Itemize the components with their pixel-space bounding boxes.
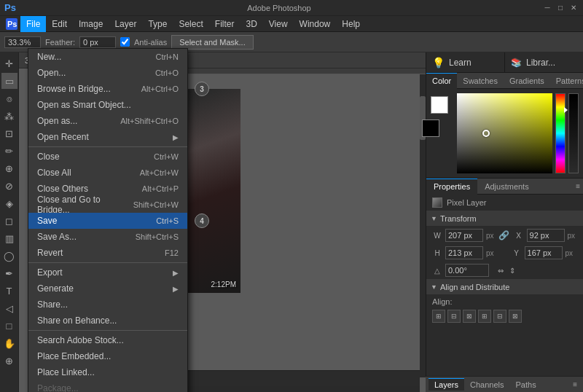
hand-tool[interactable]: ✋ (1, 335, 17, 351)
w-unit: px (486, 232, 494, 240)
foreground-color[interactable] (431, 96, 448, 114)
flip-v-icon[interactable]: ⇕ (509, 267, 515, 275)
tab-adjustments[interactable]: Adjustments (477, 179, 536, 195)
file-menu[interactable]: New... Ctrl+N Open... Ctrl+O Browse in B… (28, 48, 188, 392)
menu-file[interactable]: File (20, 16, 46, 32)
menu-item-save[interactable]: Save Ctrl+S 4 (28, 213, 187, 229)
menu-item-share-behance[interactable]: Share on Behance... (28, 313, 187, 329)
select-tool[interactable]: ▭ (1, 73, 17, 89)
select-mask-button[interactable]: Select and Mask... (171, 35, 254, 50)
healing-tool[interactable]: ⊕ (1, 160, 17, 176)
type-tool[interactable]: T (1, 283, 17, 299)
menu-layer[interactable]: Layer (109, 16, 142, 32)
menu-filter[interactable]: Filter (209, 16, 240, 32)
angle-row: △ ⇔ ⇕ (426, 262, 583, 279)
hy-row: H px Y px (426, 244, 583, 262)
transform-section-header[interactable]: ▼ Transform (426, 211, 583, 227)
move-tool[interactable]: ✛ (1, 55, 17, 71)
menu-edit[interactable]: Edit (46, 16, 73, 32)
minimize-button[interactable]: ─ (542, 3, 552, 13)
menu-item-open-smart-object[interactable]: Open as Smart Object... (28, 97, 187, 113)
gradient-tool[interactable]: ▥ (1, 230, 17, 246)
align-bottom-button[interactable]: ⊠ (509, 310, 522, 323)
open-smart-object-label: Open as Smart Object... (37, 100, 131, 110)
menu-3d[interactable]: 3D (240, 16, 262, 32)
menu-item-close-bridge[interactable]: Close and Go to Bridge... Shift+Ctrl+W (28, 197, 187, 213)
menu-item-save-as[interactable]: Save As... Shift+Ctrl+S (28, 229, 187, 245)
alpha-slider[interactable] (568, 93, 579, 173)
pen-tool[interactable]: ✒ (1, 265, 17, 281)
menu-item-revert[interactable]: Revert F12 (28, 245, 187, 261)
menu-item-browse-bridge[interactable]: Browse in Bridge... Alt+Ctrl+O 3 (28, 81, 187, 97)
toolbox: ✛ ▭ ⌾ ⁂ ⊡ ✏ ⊕ ⊘ ◈ ◻ ▥ ◯ ✒ T ◁ □ ✋ ⊕ (0, 52, 19, 392)
tab-swatches[interactable]: Swatches (457, 73, 504, 89)
tab-channels[interactable]: Channels (464, 379, 509, 391)
eraser-tool[interactable]: ◻ (1, 213, 17, 229)
eyedropper-tool[interactable]: ✏ (1, 143, 17, 159)
dodge-tool[interactable]: ◯ (1, 248, 17, 264)
h-input[interactable] (445, 246, 483, 259)
align-left-button[interactable]: ⊞ (432, 310, 445, 323)
crop-tool[interactable]: ⊡ (1, 125, 17, 141)
align-center-h-button[interactable]: ⊟ (447, 310, 461, 323)
close-button[interactable]: ✕ (568, 3, 579, 13)
align-section-header[interactable]: ▼ Align and Distribute (426, 279, 583, 295)
saturation-picker[interactable] (457, 93, 552, 173)
menu-window[interactable]: Window (294, 16, 337, 32)
tab-gradients[interactable]: Gradients (504, 73, 550, 89)
menu-item-place-embedded[interactable]: Place Embedded... (28, 348, 187, 364)
shape-tool[interactable]: □ (1, 318, 17, 334)
menu-item-close[interactable]: Close Ctrl+W (28, 149, 187, 165)
brush-tool[interactable]: ⊘ (1, 178, 17, 194)
tab-layers[interactable]: Layers (429, 378, 464, 391)
menu-item-close-all[interactable]: Close All Alt+Ctrl+W (28, 165, 187, 181)
zoom-tool[interactable]: ⊕ (1, 353, 17, 369)
color-picker-cursor[interactable] (482, 130, 490, 137)
link-icon[interactable]: 🔗 (498, 230, 509, 240)
menu-select[interactable]: Select (173, 16, 208, 32)
w-input[interactable] (445, 229, 483, 242)
menu-item-place-linked[interactable]: Place Linked... (28, 364, 187, 380)
tab-color[interactable]: Color (426, 73, 457, 89)
learn-button[interactable]: 💡 Learn (426, 52, 505, 73)
hue-slider[interactable] (555, 93, 566, 173)
ps-logo: Ps (4, 2, 16, 13)
menu-image[interactable]: Image (73, 16, 109, 32)
x-input[interactable] (527, 229, 565, 242)
menu-item-export[interactable]: Export ▶ (28, 264, 187, 281)
menu-item-share[interactable]: Share... (28, 297, 187, 313)
menu-help[interactable]: Help (336, 16, 366, 32)
feather-value: 0 px (79, 36, 116, 48)
maximize-button[interactable]: □ (555, 3, 566, 13)
menu-item-new[interactable]: New... Ctrl+N (28, 49, 187, 65)
align-right-button[interactable]: ⊠ (463, 310, 476, 323)
tab-properties[interactable]: Properties (426, 179, 477, 195)
align-top-button[interactable]: ⊞ (478, 310, 491, 323)
magic-wand-tool[interactable]: ⁂ (1, 108, 17, 124)
lasso-tool[interactable]: ⌾ (1, 90, 17, 106)
menu-view[interactable]: View (263, 16, 294, 32)
libraries-button[interactable]: 📚 Librar... (505, 52, 583, 73)
antialias-label: Anti-alias (134, 38, 167, 47)
clone-tool[interactable]: ◈ (1, 195, 17, 211)
menu-ps[interactable]: Ps (3, 16, 20, 32)
antialias-checkbox[interactable] (120, 37, 130, 47)
properties-menu-icon[interactable]: ≡ (576, 182, 580, 190)
share-label: Share... (37, 299, 68, 310)
tab-patterns[interactable]: Patterns (550, 73, 583, 89)
path-tool[interactable]: ◁ (1, 300, 17, 316)
menu-item-generate[interactable]: Generate ▶ (28, 281, 187, 297)
y-input[interactable] (525, 246, 563, 259)
menu-type[interactable]: Type (142, 16, 173, 32)
background-color[interactable] (422, 119, 439, 137)
tab-paths[interactable]: Paths (510, 379, 542, 391)
flip-h-icon[interactable]: ⇔ (498, 267, 504, 275)
align-center-v-button[interactable]: ⊟ (493, 310, 506, 323)
menu-item-open-recent[interactable]: Open Recent ▶ (28, 129, 187, 145)
menu-item-open-as[interactable]: Open as... Alt+Shift+Ctrl+O (28, 113, 187, 129)
angle-input[interactable] (445, 264, 489, 277)
menu-item-open[interactable]: Open... Ctrl+O (28, 65, 187, 81)
layers-tabs: Layers Channels Paths ≡ (426, 376, 583, 392)
layers-menu-icon[interactable]: ≡ (573, 380, 577, 388)
menu-item-search-stock[interactable]: Search Adobe Stock... (28, 332, 187, 348)
